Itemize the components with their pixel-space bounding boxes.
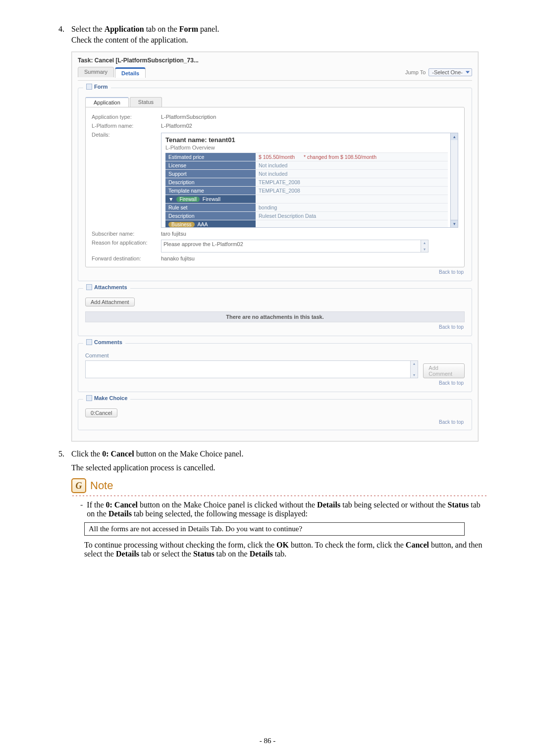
lplatform-name-value: L-Platform02 bbox=[161, 123, 192, 129]
chevron-down-icon[interactable]: ▼ bbox=[168, 196, 173, 202]
row-rdesc-l: Description bbox=[165, 212, 256, 220]
step4-text: Select the Application tab on the Form p… bbox=[71, 25, 486, 34]
note-item-2: To continue processing without checking … bbox=[84, 541, 486, 558]
step4-c: panel. bbox=[198, 25, 219, 33]
attachments-panel: Attachments Add Attachment There are no … bbox=[78, 288, 472, 336]
row-tmpl-v: TEMPLATE_2008 bbox=[256, 187, 448, 195]
forward-label: Forward destination: bbox=[92, 255, 161, 261]
row-license-v: Not included bbox=[256, 161, 448, 169]
row-est-price-v: $ 105.50/month bbox=[259, 154, 295, 160]
row-est-price-note: * changed from $ 108.50/month bbox=[304, 154, 376, 160]
note-divider bbox=[71, 495, 486, 497]
comment-label: Comment bbox=[85, 353, 465, 358]
note-icon: G bbox=[71, 478, 86, 493]
tenant-header: Tenant name: tenant01 bbox=[165, 136, 448, 144]
form-panel: Form Application Status Application type… bbox=[78, 88, 472, 281]
firewall-text: Firewall bbox=[203, 196, 220, 202]
row-support-v: Not included bbox=[256, 170, 448, 178]
attachments-legend: Attachments bbox=[94, 284, 127, 290]
step-number-4: 4. bbox=[58, 25, 67, 34]
form-legend: Form bbox=[94, 84, 108, 90]
row-rule-l: Rule set bbox=[165, 203, 256, 211]
step5-bold: 0: Cancel bbox=[102, 450, 134, 458]
comment-textarea[interactable]: ▴▾ bbox=[85, 360, 418, 378]
jump-to-select[interactable]: -Select One- bbox=[428, 68, 472, 76]
details-scroll-down[interactable]: ▾ bbox=[450, 220, 458, 227]
row-est-price-l: Estimated price bbox=[165, 153, 256, 161]
application-panel: Application type: L-PlatformSubscription… bbox=[85, 107, 465, 267]
add-attachment-button[interactable]: Add Attachment bbox=[85, 298, 135, 306]
no-attachments-bar: There are no attachments in this task. bbox=[85, 311, 465, 322]
details-scroll-up[interactable]: ▴ bbox=[450, 133, 458, 141]
row-rule-v: bonding bbox=[256, 203, 448, 211]
page-number: - 86 - bbox=[0, 737, 535, 745]
row-rdesc-v: Ruleset Description Data bbox=[256, 212, 448, 220]
inner-tab-application[interactable]: Application bbox=[85, 97, 129, 107]
step4-bold2: Form bbox=[179, 25, 198, 33]
business-badge: Business bbox=[168, 222, 195, 227]
back-to-top-link-3[interactable]: Back to top bbox=[85, 380, 464, 386]
subscriber-value: taro fujitsu bbox=[161, 231, 186, 237]
lplatform-overview: L-Platform Overview bbox=[165, 145, 448, 151]
note-dash: - bbox=[80, 501, 83, 518]
form-legend-icon bbox=[86, 84, 92, 90]
make-choice-panel: Make Choice 0:Cancel Back to top bbox=[78, 399, 472, 430]
app-type-label: Application type: bbox=[92, 114, 161, 120]
reason-label: Reason for application: bbox=[92, 240, 161, 246]
reason-value: Please approve the L-Platform02 bbox=[163, 241, 243, 247]
row-desc-v: TEMPLATE_2008 bbox=[256, 178, 448, 186]
row-support-l: Support bbox=[165, 170, 256, 178]
subscriber-label: Subscriber name: bbox=[92, 231, 161, 237]
make-choice-legend: Make Choice bbox=[94, 395, 127, 401]
task-screenshot: Task: Cancel [L-PlatformSubscription_73.… bbox=[71, 51, 479, 442]
back-to-top-link-1[interactable]: Back to top bbox=[85, 269, 464, 275]
note-title: Note bbox=[90, 479, 113, 492]
lplatform-name-label: L-Platform name: bbox=[92, 123, 161, 129]
details-scrollbar[interactable] bbox=[450, 140, 458, 220]
app-type-value: L-PlatformSubscription bbox=[161, 114, 216, 120]
task-title: Task: Cancel [L-PlatformSubscription_73.… bbox=[78, 57, 472, 64]
step4-a: Select the bbox=[71, 25, 105, 33]
reason-scrollbar[interactable]: ▴▾ bbox=[421, 240, 428, 252]
back-to-top-link-4[interactable]: Back to top bbox=[85, 419, 464, 425]
comments-legend: Comments bbox=[94, 339, 122, 345]
comment-scrollbar[interactable]: ▴▾ bbox=[410, 361, 418, 378]
step4-b: tab on the bbox=[144, 25, 179, 33]
comments-legend-icon bbox=[86, 339, 92, 345]
details-label: Details: bbox=[92, 132, 161, 138]
row-desc-l: Description bbox=[165, 178, 256, 186]
step5-line2: The selected application process is canc… bbox=[71, 463, 486, 472]
main-tabs: Summary Details bbox=[78, 67, 147, 77]
details-box: ▴ ▾ Tenant name: tenant01 L-Platform Ove… bbox=[161, 133, 458, 228]
forward-value: hanako fujitsu bbox=[161, 255, 195, 261]
attachments-legend-icon bbox=[86, 284, 92, 290]
inner-tab-status[interactable]: Status bbox=[130, 97, 162, 107]
step4-line2: Check the content of the application. bbox=[71, 36, 486, 45]
firewall-badge: Firewall bbox=[176, 197, 199, 202]
note-item-1: If the 0: Cancel button on the Make Choi… bbox=[87, 501, 486, 518]
note-message-box: All the forms are not accessed in Detail… bbox=[84, 522, 465, 536]
step-number-5: 5. bbox=[58, 450, 67, 458]
jump-to-label: Jump To bbox=[405, 69, 426, 75]
tab-summary[interactable]: Summary bbox=[78, 67, 114, 77]
row-tmpl-l: Template name bbox=[165, 187, 256, 195]
add-comment-button[interactable]: Add Comment bbox=[423, 363, 465, 378]
back-to-top-link-2[interactable]: Back to top bbox=[85, 324, 464, 330]
step5-text: Click the 0: Cancel button on the Make C… bbox=[71, 450, 486, 458]
reason-textarea[interactable]: Please approve the L-Platform02 ▴▾ bbox=[161, 240, 428, 252]
note-block: G Note - If the 0: Cancel button on the … bbox=[71, 478, 486, 558]
step4-bold1: Application bbox=[105, 25, 144, 33]
step5-a: Click the bbox=[71, 450, 102, 458]
cancel-button[interactable]: 0:Cancel bbox=[85, 408, 117, 417]
row-license-l: License bbox=[165, 161, 256, 169]
make-choice-legend-icon bbox=[86, 395, 92, 401]
tab-details[interactable]: Details bbox=[115, 67, 146, 78]
comments-panel: Comments Comment ▴▾ Add Comment Back to … bbox=[78, 343, 472, 392]
step5-b: button on the Make Choice panel. bbox=[134, 450, 244, 458]
business-text: AAA bbox=[198, 221, 208, 227]
